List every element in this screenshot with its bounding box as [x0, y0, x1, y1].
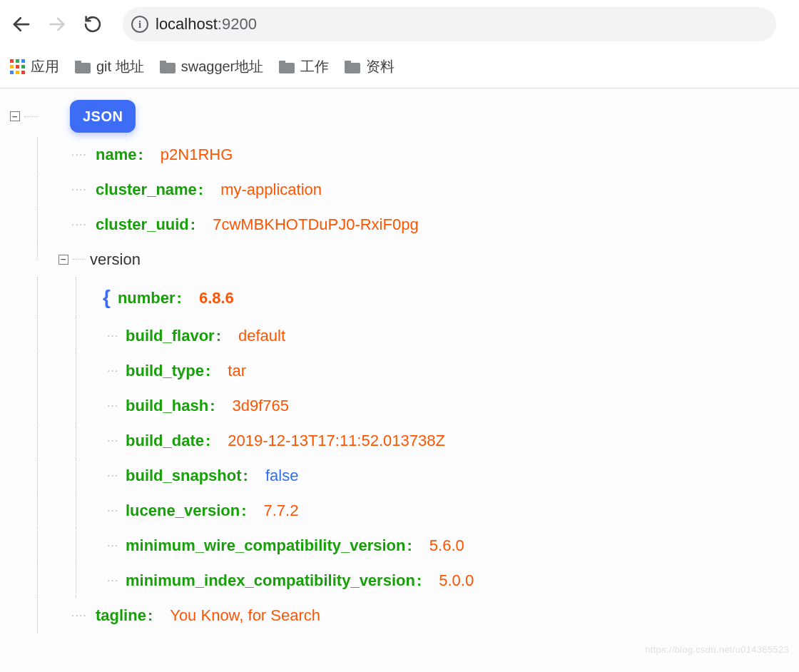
json-row-build-type[interactable]: ··· build_type: tar	[21, 353, 792, 388]
collapse-root-toggle[interactable]: −	[10, 111, 20, 121]
apps-label: 应用	[31, 57, 59, 76]
json-tree: ···· name: p2N1RHG ···· cluster_name: my…	[7, 137, 792, 633]
json-row-lucene-version[interactable]: ··· lucene_version: 7.7.2	[21, 493, 792, 528]
folder-icon	[345, 61, 360, 73]
url-port: :9200	[218, 15, 257, 33]
json-row-build-date[interactable]: ··· build_date: 2019-12-13T17:11:52.0137…	[21, 423, 792, 458]
address-text: localhost:9200	[156, 15, 257, 34]
json-row-number[interactable]: { number: 6.8.6	[21, 277, 792, 318]
bookmark-label: 工作	[300, 57, 329, 76]
forward-button[interactable]	[44, 11, 70, 37]
watermark: https://blog.csdn.net/u014365523	[645, 643, 789, 657]
folder-icon	[75, 61, 91, 73]
site-info-icon[interactable]: i	[131, 16, 148, 33]
json-row-cluster-uuid[interactable]: ···· cluster_uuid: 7cwMBKHOTDuPJ0-RxiF0p…	[21, 207, 792, 242]
apps-button[interactable]: 应用	[7, 57, 59, 76]
json-row-build-hash[interactable]: ··· build_hash: 3d9f765	[21, 388, 792, 423]
folder-icon	[279, 61, 295, 73]
folder-icon	[160, 61, 175, 73]
bookmark-folder-swagger[interactable]: swagger地址	[160, 57, 264, 76]
json-row-name[interactable]: ···· name: p2N1RHG	[21, 137, 792, 172]
apps-icon	[10, 59, 25, 74]
bookmark-folder-work[interactable]: 工作	[279, 57, 329, 76]
json-row-build-flavor[interactable]: ··· build_flavor: default	[21, 318, 792, 353]
json-row-tagline[interactable]: ···· tagline: You Know, for Search	[21, 598, 792, 633]
bookmark-label: swagger地址	[181, 57, 264, 76]
bookmark-folder-resources[interactable]: 资料	[345, 57, 395, 76]
json-row-min-wire-compat[interactable]: ··· minimum_wire_compatibility_version: …	[21, 528, 792, 563]
json-row-cluster-name[interactable]: ···· cluster_name: my-application	[21, 172, 792, 207]
back-button[interactable]	[9, 11, 34, 37]
json-viewer: − JSON ···· name: p2N1RHG ···· cluster_n…	[0, 88, 799, 672]
json-row-min-index-compat[interactable]: ··· minimum_index_compatibility_version:…	[21, 563, 792, 598]
reload-button[interactable]	[80, 11, 106, 37]
json-row-build-snapshot[interactable]: ··· build_snapshot: false	[21, 458, 792, 493]
json-badge[interactable]: JSON	[70, 100, 136, 133]
collapse-version-toggle[interactable]: −	[58, 255, 68, 265]
address-bar[interactable]: i localhost:9200	[123, 7, 776, 41]
browser-navbar: i localhost:9200	[0, 0, 799, 49]
bookmark-label: 资料	[366, 57, 395, 76]
bookmark-label: git 地址	[96, 57, 144, 76]
json-row-version[interactable]: − version	[21, 242, 792, 277]
url-host: localhost	[156, 15, 218, 33]
bookmark-folder-git[interactable]: git 地址	[75, 57, 144, 76]
bookmarks-bar: 应用 git 地址 swagger地址 工作 资料	[0, 49, 799, 88]
